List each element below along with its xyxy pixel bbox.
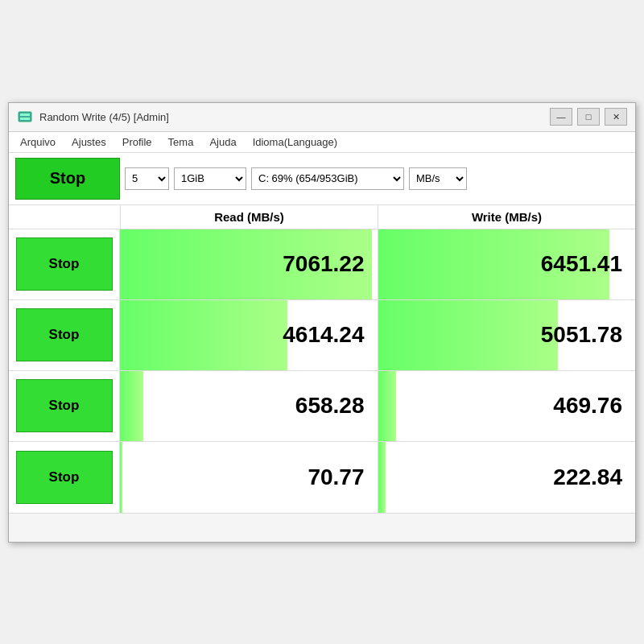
menu-arquivo[interactable]: Arquivo: [14, 134, 62, 151]
read-value-0: 7061.22: [283, 251, 364, 277]
maximize-button[interactable]: □: [577, 108, 600, 126]
stop-cell-3: Stop: [9, 442, 120, 513]
write-value-3: 222.84: [553, 464, 622, 490]
toolbar: Stop 5 1GiB C: 69% (654/953GiB) MB/s: [9, 153, 635, 205]
count-select[interactable]: 5: [125, 167, 169, 190]
title-controls: — □ ✕: [550, 108, 627, 126]
unit-select[interactable]: MB/s: [409, 167, 467, 190]
table-row: Stop 7061.22 6451.41: [9, 229, 635, 300]
stop-cell-0: Stop: [9, 229, 120, 299]
write-cell-1: 5051.78: [378, 300, 636, 370]
benchmark-table: Stop 7061.22 6451.41 Stop 4614.24 5051.7…: [9, 229, 635, 513]
drive-select[interactable]: C: 69% (654/953GiB): [251, 167, 404, 190]
read-value-2: 658.28: [295, 393, 365, 419]
header-spacer: [9, 205, 120, 229]
stop-button-0[interactable]: Stop: [16, 237, 113, 291]
svg-rect-2: [20, 118, 30, 120]
stop-button-2[interactable]: Stop: [16, 379, 113, 432]
window-title: Random Write (4/5) [Admin]: [39, 111, 169, 123]
app-icon: [17, 109, 33, 125]
size-select[interactable]: 1GiB: [174, 167, 246, 190]
close-button[interactable]: ✕: [605, 108, 627, 126]
stop-cell-2: Stop: [9, 371, 120, 441]
write-cell-3: 222.84: [378, 442, 636, 513]
main-stop-button[interactable]: Stop: [15, 158, 120, 200]
read-bar-1: [120, 300, 287, 370]
table-row: Stop 658.28 469.76: [9, 371, 635, 442]
menu-ajustes[interactable]: Ajustes: [65, 134, 113, 151]
table-row: Stop 70.77 222.84: [9, 442, 635, 513]
table-row: Stop 4614.24 5051.78: [9, 300, 635, 371]
write-value-2: 469.76: [553, 393, 622, 419]
stop-button-3[interactable]: Stop: [16, 451, 113, 504]
write-cell-2: 469.76: [378, 371, 636, 441]
write-bar-2: [378, 371, 396, 441]
write-header: Write (MB/s): [378, 205, 635, 229]
read-cell-3: 70.77: [120, 442, 378, 513]
write-value-1: 5051.78: [541, 322, 622, 348]
minimize-button[interactable]: —: [550, 108, 572, 126]
read-cell-2: 658.28: [120, 371, 378, 441]
write-bar-3: [378, 442, 386, 513]
read-value-1: 4614.24: [283, 322, 364, 348]
read-header: Read (MB/s): [120, 205, 378, 229]
write-value-0: 6451.41: [541, 251, 622, 277]
title-bar: Random Write (4/5) [Admin] — □ ✕: [9, 103, 635, 132]
menu-tema[interactable]: Tema: [162, 134, 200, 151]
read-value-3: 70.77: [308, 464, 364, 490]
write-bar-1: [378, 300, 559, 370]
menu-idioma[interactable]: Idioma(Language): [246, 134, 345, 151]
read-cell-1: 4614.24: [120, 300, 378, 370]
read-bar-3: [120, 442, 122, 513]
read-bar-2: [120, 371, 143, 441]
main-window: Random Write (4/5) [Admin] — □ ✕ Arquivo…: [8, 102, 636, 543]
menu-bar: Arquivo Ajustes Profile Tema Ajuda Idiom…: [9, 132, 635, 153]
status-bar: [9, 513, 635, 542]
svg-rect-1: [20, 114, 30, 116]
title-bar-left: Random Write (4/5) [Admin]: [17, 109, 169, 125]
menu-ajuda[interactable]: Ajuda: [203, 134, 242, 151]
write-cell-0: 6451.41: [378, 229, 636, 299]
column-headers: Read (MB/s) Write (MB/s): [9, 205, 635, 229]
read-cell-0: 7061.22: [120, 229, 378, 299]
svg-rect-0: [19, 112, 31, 122]
stop-cell-1: Stop: [9, 300, 120, 370]
menu-profile[interactable]: Profile: [116, 134, 159, 151]
stop-button-1[interactable]: Stop: [16, 308, 113, 361]
